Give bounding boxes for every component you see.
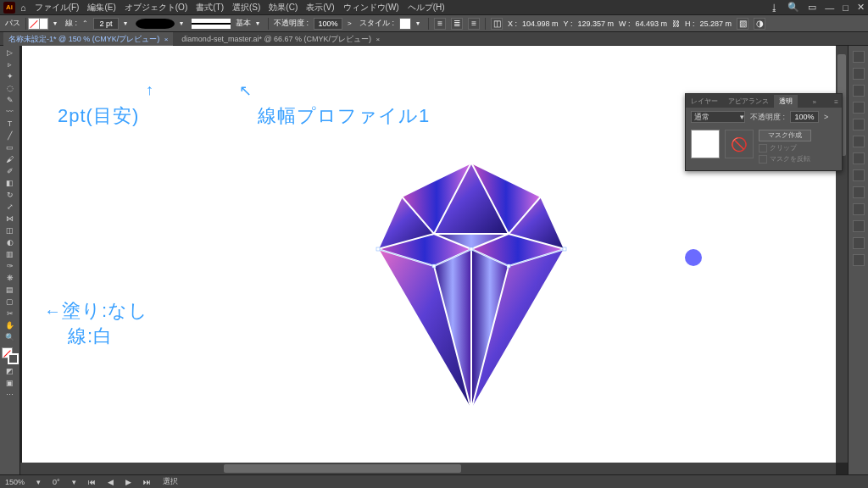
panel-icon-artboards[interactable] — [853, 254, 865, 266]
menu-edit[interactable]: 編集(E) — [87, 2, 115, 14]
swatch-dropdown-icon[interactable]: ▾ — [53, 19, 60, 27]
make-mask-button[interactable]: マスク作成 — [759, 130, 811, 141]
window-close-icon[interactable]: ✕ — [857, 2, 865, 13]
panel-icon-libraries[interactable] — [853, 68, 865, 80]
toolbox-edit[interactable]: ⋯ — [6, 391, 14, 399]
menu-select[interactable]: 選択(S) — [232, 2, 260, 14]
doc-tab-2[interactable]: diamond-set_master.ai* @ 66.67 % (CMYK/プ… — [176, 32, 385, 46]
transparency-panel[interactable]: レイヤー アピアランス 透明 » ≡ 通常 ▾ 不透明度 : 100% > 🚫 … — [685, 93, 843, 171]
panel-icon-symbols[interactable] — [853, 136, 865, 147]
panel-icon-swatches[interactable] — [853, 102, 865, 114]
home-icon[interactable]: ⌂ — [20, 3, 26, 13]
opacity-mask-thumbnail[interactable]: 🚫 — [725, 130, 754, 158]
panel-icon-color[interactable] — [853, 85, 865, 97]
brush-dropdown-icon[interactable]: ▾ — [180, 19, 186, 27]
horizontal-scroll-thumb[interactable] — [224, 464, 461, 473]
menu-view[interactable]: 表示(V) — [306, 2, 334, 14]
invert-checkbox[interactable]: マスクを反転 — [759, 154, 811, 164]
blend-mode-select[interactable]: 通常 ▾ — [691, 111, 745, 123]
artboard-nav-last-icon[interactable]: ⏭ — [143, 478, 151, 486]
tool-rectangle[interactable]: ▭ — [6, 143, 14, 152]
coord-x-value[interactable]: 104.998 m — [522, 19, 559, 28]
coord-h-value[interactable]: 25.287 m — [700, 19, 732, 28]
opacity-input[interactable]: 100% — [314, 18, 342, 30]
fill-stroke-swatch[interactable] — [31, 18, 48, 30]
tool-shaper[interactable]: ✐ — [6, 167, 14, 175]
panel-collapse-icon[interactable]: » — [809, 97, 819, 108]
menu-type[interactable]: 書式(T) — [196, 2, 224, 14]
artboard-nav-prev-icon[interactable]: ◀ — [108, 478, 114, 486]
tool-hand[interactable]: ✋ — [6, 321, 14, 330]
link-icon[interactable]: ⛓ — [672, 19, 680, 28]
menu-file[interactable]: ファイル(F) — [35, 2, 80, 14]
tool-eyedropper[interactable]: ✑ — [6, 262, 14, 270]
panel-tab-layer[interactable]: レイヤー — [686, 95, 723, 108]
tool-artboard[interactable]: ▢ — [6, 297, 14, 306]
style-dropdown-icon[interactable]: ▾ — [416, 19, 423, 27]
panel-icon-asset[interactable] — [853, 237, 865, 249]
profile-dropdown-icon[interactable]: ▾ — [256, 19, 263, 27]
tool-curvature[interactable]: 〰 — [6, 108, 14, 116]
tool-type[interactable]: T — [6, 119, 14, 128]
menu-object[interactable]: オブジェクト(O) — [125, 2, 187, 14]
menu-effect[interactable]: 効果(C) — [269, 2, 298, 14]
menu-help[interactable]: ヘルプ(H) — [408, 2, 445, 14]
brush-preview[interactable] — [136, 19, 175, 29]
tool-lasso[interactable]: ◌ — [6, 84, 14, 92]
diamond-artwork[interactable] — [353, 156, 590, 419]
window-min-icon[interactable]: — — [825, 3, 834, 13]
stray-circle-object[interactable] — [685, 249, 702, 266]
opacity-thumbnail[interactable] — [691, 130, 720, 158]
opacity-dropdown-icon[interactable]: > — [348, 19, 354, 27]
clip-checkbox[interactable]: クリップ — [759, 143, 811, 152]
tool-eraser[interactable]: ◧ — [6, 179, 14, 187]
zoom-dropdown-icon[interactable]: ▾ — [36, 478, 41, 486]
toolbox-stroke-swatch[interactable] — [8, 353, 19, 364]
tool-scale[interactable]: ⤢ — [6, 202, 14, 211]
toolbox-screen-mode[interactable]: ▣ — [6, 379, 14, 387]
panel-tab-transparency[interactable]: 透明 — [774, 95, 798, 108]
isolate-icon[interactable]: ◑ — [754, 18, 765, 30]
rotate-view[interactable]: 0° — [53, 478, 60, 486]
share-icon[interactable]: ⭳ — [770, 3, 779, 13]
tool-graph[interactable]: ▤ — [6, 286, 14, 294]
toolbox-fill-stroke[interactable] — [2, 347, 19, 364]
tool-width[interactable]: ⋈ — [6, 214, 14, 223]
coord-y-value[interactable]: 129.357 m — [577, 19, 614, 28]
panel-icon-stroke[interactable] — [853, 152, 865, 164]
tool-rotate[interactable]: ↻ — [6, 191, 14, 199]
tool-symbol[interactable]: ❋ — [6, 274, 14, 282]
panel-icon-appearance[interactable] — [853, 203, 865, 215]
horizontal-scrollbar[interactable] — [20, 463, 836, 474]
rotate-dropdown-icon[interactable]: ▾ — [72, 478, 76, 486]
stroke-weight-dropdown-icon[interactable]: ▾ — [124, 19, 131, 27]
window-max-icon[interactable]: □ — [843, 3, 849, 13]
panel-menu-icon[interactable]: ≡ — [831, 97, 842, 108]
tool-zoom[interactable]: 🔍 — [6, 333, 14, 341]
coord-w-value[interactable]: 64.493 m — [635, 19, 667, 28]
arrange-icon[interactable]: ▭ — [808, 2, 816, 13]
width-profile-preview[interactable] — [192, 19, 231, 29]
align-button-1[interactable]: ≡ — [434, 18, 446, 30]
panel-icon-brushes[interactable] — [853, 119, 865, 130]
shape-prop-icon[interactable]: ▧ — [737, 18, 748, 30]
tool-direct-selection[interactable]: ▹ — [6, 60, 14, 69]
panel-icon-gradient[interactable] — [853, 169, 865, 181]
panel-icon-layers[interactable] — [853, 220, 865, 232]
tool-magic-wand[interactable]: ✦ — [6, 72, 14, 80]
align-button-2[interactable]: ≣ — [451, 18, 463, 30]
panel-opacity-flyout-icon[interactable]: > — [824, 113, 828, 121]
tool-selection[interactable]: ▷ — [6, 48, 14, 57]
fill-swatch[interactable] — [28, 18, 40, 30]
tool-free-transform[interactable]: ◫ — [6, 226, 14, 235]
artboard-nav-first-icon[interactable]: ⏮ — [88, 478, 96, 486]
tool-paintbrush[interactable]: 🖌 — [6, 155, 14, 164]
align-button-3[interactable]: ≡ — [468, 18, 480, 30]
tool-shape-builder[interactable]: ◐ — [6, 238, 14, 247]
panel-opacity-input[interactable]: 100% — [790, 111, 819, 123]
stroke-weight-input[interactable]: 2 pt — [93, 18, 119, 30]
graphic-style-swatch[interactable] — [399, 18, 411, 30]
tool-gradient[interactable]: ▥ — [6, 250, 14, 258]
panel-icon-transparency[interactable] — [853, 186, 865, 198]
search-icon[interactable]: 🔍 — [787, 2, 799, 13]
